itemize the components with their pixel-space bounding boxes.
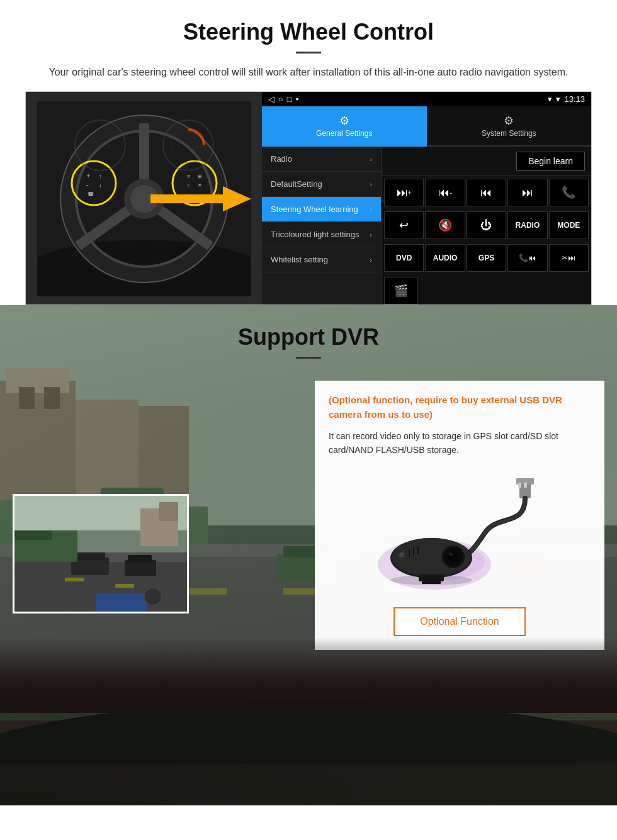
btn-next[interactable]: ⏭ [507, 179, 547, 206]
begin-learn-button[interactable]: Begin learn [516, 152, 585, 171]
android-tabs: ⚙ General Settings ⚙ System Settings [262, 106, 591, 147]
optional-function-button[interactable]: Optional Function [393, 607, 525, 636]
android-content: Radio › DefaultSetting › Steering Wheel … [262, 147, 591, 305]
dvr-dashboard [0, 637, 617, 713]
button-grid-row3: DVD AUDIO GPS 📞⏮ ✂⏭ [382, 242, 591, 274]
btn-prev[interactable]: ⏮ [467, 179, 506, 206]
menu-item-whitelist[interactable]: Whitelist setting › [262, 247, 381, 272]
svg-text:-: - [86, 181, 89, 188]
dvr-optional-text: (Optional function, require to buy exter… [329, 393, 591, 422]
settings-gear-icon: ⚙ [262, 114, 427, 128]
dvr-camera-svg [371, 476, 548, 590]
dvr-thumbnail [13, 494, 189, 613]
title-divider [296, 52, 321, 53]
menu-item-default-setting[interactable]: DefaultSetting › [262, 172, 381, 197]
dvr-section: Support DVR [0, 305, 617, 805]
tab-general-settings[interactable]: ⚙ General Settings [262, 106, 427, 147]
menu-item-radio[interactable]: Radio › [262, 147, 381, 172]
svg-rect-60 [75, 552, 105, 560]
thumbnail-road-svg [14, 496, 189, 613]
svg-text:≡: ≡ [187, 173, 190, 179]
svg-rect-75 [524, 483, 527, 488]
nav-camera-icon: ▪ [296, 94, 299, 104]
btn-mode[interactable]: MODE [549, 211, 589, 239]
tab-system-settings[interactable]: ⚙ System Settings [427, 106, 592, 147]
svg-point-85 [399, 552, 404, 557]
btn-power[interactable]: ⏻ [467, 211, 506, 239]
svg-rect-57 [65, 578, 84, 581]
android-panel: ◁ ○ □ ▪ ▾ ▾ 13:13 ⚙ General Settings ⚙ S… [262, 92, 591, 305]
dvr-info-card: (Optional function, require to buy exter… [315, 381, 604, 650]
dvr-description: It can record video only to storage in G… [329, 429, 591, 457]
btn-gps[interactable]: GPS [467, 244, 506, 272]
nav-recent-icon: □ [287, 94, 292, 104]
btn-back[interactable]: ↩ [384, 211, 424, 239]
btn-dvd[interactable]: DVD [384, 244, 424, 272]
button-grid-row1: ⏭+ ⏮- ⏮ ⏭ 📞 [382, 176, 591, 209]
svg-text:✕: ✕ [198, 182, 202, 188]
svg-text:↓: ↓ [99, 182, 102, 188]
button-grid-row2: ↩ 🔇 ⏻ RADIO MODE [382, 209, 591, 242]
svg-rect-74 [518, 483, 521, 488]
btn-mute[interactable]: 🔇 [425, 211, 465, 239]
svg-rect-22 [150, 194, 223, 203]
chevron-right-icon: › [370, 155, 372, 163]
nav-back-icon: ◁ [268, 94, 275, 104]
svg-rect-69 [159, 502, 178, 521]
svg-rect-58 [115, 584, 134, 588]
dvr-title-area: Support DVR [0, 305, 617, 368]
android-buttons-area: Begin learn ⏭+ ⏮- ⏮ ⏭ 📞 ↩ 🔇 ⏻ [382, 147, 591, 305]
btn-camera[interactable]: 🎬 [384, 277, 418, 305]
dvr-title: Support DVR [0, 324, 617, 350]
menu-item-tricoloured[interactable]: Tricoloured light settings › [262, 222, 381, 247]
steering-section: Steering Wheel Control Your original car… [0, 0, 617, 305]
chevron-right-icon: › [370, 206, 372, 213]
wifi-icon: ▾ [556, 94, 560, 104]
btn-call-prev[interactable]: 📞⏮ [507, 244, 547, 272]
btn-audio[interactable]: AUDIO [425, 244, 465, 272]
svg-text:☎: ☎ [88, 191, 94, 197]
btn-call[interactable]: 📞 [549, 179, 589, 206]
btn-cut-next[interactable]: ✂⏭ [549, 244, 589, 272]
svg-text:○: ○ [187, 182, 190, 188]
steering-demo: + ↑ - ↓ ☎ ≡ ⊞ ○ ✕ [25, 91, 592, 305]
svg-point-66 [144, 588, 162, 605]
chevron-right-icon: › [370, 181, 372, 188]
steering-photo: + ↑ - ↓ ☎ ≡ ⊞ ○ ✕ [26, 92, 262, 305]
dvr-main-content: (Optional function, require to buy exter… [0, 368, 617, 650]
svg-rect-62 [128, 555, 152, 563]
menu-item-steering-wheel[interactable]: Steering Wheel learning › [262, 197, 381, 222]
svg-point-88 [390, 575, 472, 585]
signal-icon: ▾ [548, 94, 552, 104]
android-menu: Radio › DefaultSetting › Steering Wheel … [262, 147, 382, 305]
svg-point-84 [449, 552, 453, 556]
button-row4: 🎬 [382, 274, 591, 305]
btn-vol-up[interactable]: ⏭+ [384, 179, 424, 206]
dvr-divider [296, 357, 321, 359]
system-icon: ⚙ [427, 114, 592, 128]
steering-wheel-image: + ↑ - ↓ ☎ ≡ ⊞ ○ ✕ [37, 101, 251, 296]
svg-text:+: + [86, 172, 90, 179]
svg-rect-53 [0, 764, 617, 805]
status-time: 13:13 [564, 94, 585, 104]
dvr-product-image [329, 470, 591, 596]
dvr-thumbnail-inner [14, 496, 187, 612]
svg-text:↑: ↑ [99, 173, 102, 179]
android-statusbar: ◁ ○ □ ▪ ▾ ▾ 13:13 [262, 92, 591, 106]
svg-rect-65 [96, 593, 147, 613]
begin-learn-row: Begin learn [382, 147, 591, 176]
btn-radio[interactable]: RADIO [507, 211, 547, 239]
btn-vol-down[interactable]: ⏮- [425, 179, 465, 206]
chevron-right-icon: › [370, 256, 372, 264]
svg-text:⊞: ⊞ [198, 174, 202, 179]
nav-home-icon: ○ [278, 94, 283, 104]
page-title: Steering Wheel Control [25, 19, 592, 45]
section-subtitle: Your original car's steering wheel contr… [25, 65, 592, 80]
dvr-left-area [13, 381, 302, 632]
chevron-right-icon: › [370, 231, 372, 238]
